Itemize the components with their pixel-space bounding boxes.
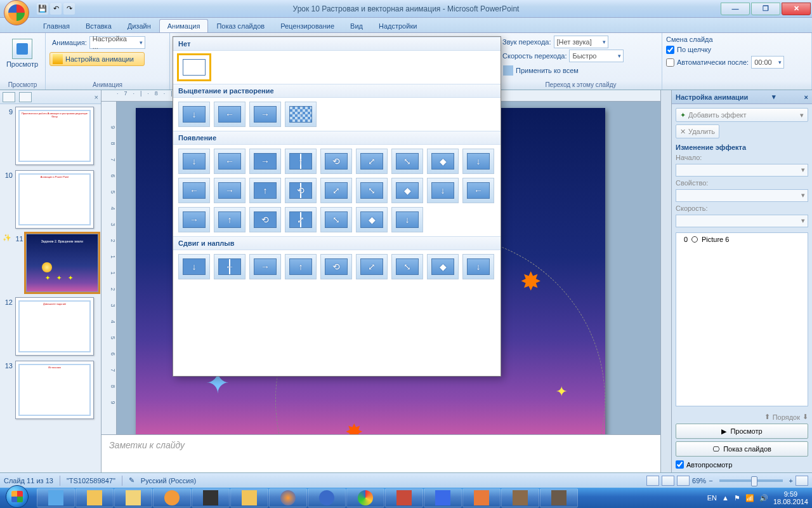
sorter-view-button[interactable]: [662, 476, 674, 486]
transition-item[interactable]: ⤢: [320, 178, 352, 203]
transition-item[interactable]: ⤢: [356, 149, 388, 174]
thumb-row[interactable]: 12Домашнее задание: [3, 297, 98, 356]
transition-item[interactable]: ◆: [427, 149, 459, 174]
transition-item[interactable]: ↑: [285, 254, 317, 279]
transition-item[interactable]: →: [249, 102, 281, 127]
minimize-button[interactable]: —: [721, 3, 750, 15]
taskbar-app[interactable]: [75, 488, 114, 507]
yellow-star-icon[interactable]: ✦: [556, 384, 567, 400]
autopreview-checkbox[interactable]: Автопросмотр: [676, 459, 808, 470]
taskbar-app[interactable]: [462, 488, 501, 507]
add-effect-button[interactable]: ✦Добавить эффект▾: [676, 108, 808, 122]
slideshow-button[interactable]: 🖵Показ слайдов: [676, 441, 808, 457]
transition-item[interactable]: ↑: [285, 149, 317, 174]
taskbar-app[interactable]: [192, 488, 230, 507]
transition-item[interactable]: ↓: [178, 254, 210, 279]
preview-button[interactable]: Просмотр: [4, 36, 41, 71]
transition-item[interactable]: ↓: [462, 254, 494, 279]
transition-item[interactable]: ⟲: [249, 207, 281, 232]
flag-icon[interactable]: ⚑: [734, 494, 740, 502]
start-combo[interactable]: [676, 164, 808, 177]
thumb-row[interactable]: 9Практическая работа Анимация в растрово…: [3, 107, 98, 165]
transition-item[interactable]: ←: [214, 102, 246, 127]
redo-button[interactable]: ↷: [63, 3, 75, 15]
animation-settings-button[interactable]: Настройка анимации: [49, 52, 145, 66]
transition-gallery[interactable]: Нет Выцветание и растворение ↓←→↑ Появле…: [173, 36, 501, 377]
taskbar-app[interactable]: [540, 488, 578, 507]
thumbnails[interactable]: 9Практическая работа Анимация в растрово…: [0, 104, 101, 472]
lang-indicator[interactable]: EN: [707, 494, 717, 502]
start-button[interactable]: [0, 488, 34, 508]
speed-combo[interactable]: Быстро: [569, 50, 624, 62]
tab-design[interactable]: Дизайн: [120, 20, 159, 32]
tab-view[interactable]: Вид: [343, 20, 370, 32]
volume-icon[interactable]: 🔊: [759, 494, 768, 502]
transition-item[interactable]: →: [214, 178, 246, 203]
transition-item[interactable]: ⟲: [320, 254, 352, 279]
taskbar-app[interactable]: [37, 488, 75, 507]
taskbar-app[interactable]: [230, 488, 268, 507]
transition-item[interactable]: →: [178, 207, 210, 232]
fit-view-button[interactable]: [796, 476, 808, 486]
taskbar-app[interactable]: [385, 488, 423, 507]
network-icon[interactable]: 📶: [745, 494, 754, 502]
transition-item[interactable]: ↓: [178, 149, 210, 174]
taskbar-app[interactable]: [424, 488, 462, 507]
save-button[interactable]: 💾: [37, 3, 48, 15]
slideshow-view-button[interactable]: [677, 476, 690, 486]
transition-item[interactable]: ⟲: [285, 178, 317, 203]
transition-item[interactable]: ⤡: [391, 254, 423, 279]
undo-button[interactable]: ↶: [50, 3, 62, 15]
transition-item[interactable]: ⤡: [356, 178, 388, 203]
transition-item[interactable]: ←: [178, 178, 210, 203]
tab-insert[interactable]: Вставка: [78, 20, 119, 32]
notes-pane[interactable]: Заметки к слайду: [102, 434, 660, 472]
transition-none[interactable]: [178, 55, 210, 80]
transition-item[interactable]: ⤢: [285, 207, 317, 232]
spellcheck-icon[interactable]: ✎: [129, 476, 134, 485]
slide-thumbnail[interactable]: Домашнее задание: [15, 297, 94, 356]
zoom-slider[interactable]: [719, 479, 783, 482]
taskbar-app[interactable]: [346, 488, 384, 507]
tab-review[interactable]: Рецензирование: [273, 20, 342, 32]
zoom-percent[interactable]: 69%: [692, 477, 706, 485]
thumb-row[interactable]: ✨11Задание 2. Вращение земли✦✦✦: [3, 234, 98, 292]
effect-list[interactable]: 0 Picture 6: [676, 232, 808, 406]
transition-item[interactable]: ↓: [462, 149, 494, 174]
slide-thumbnail[interactable]: Задание 2. Вращение земли✦✦✦: [26, 234, 98, 292]
transition-item[interactable]: ◆: [427, 254, 459, 279]
auto-time-spinner[interactable]: 00:00: [751, 56, 784, 69]
transition-item[interactable]: ↓: [391, 207, 423, 232]
auto-after-checkbox[interactable]: Автоматически после:00:00: [666, 56, 808, 69]
panel-close-icon[interactable]: ×: [95, 93, 98, 101]
transition-item[interactable]: ↑: [214, 207, 246, 232]
slide-thumbnail[interactable]: Практическая работа Анимация в растровом…: [15, 107, 94, 165]
tab-addins[interactable]: Надстройки: [371, 20, 424, 32]
close-pane-icon[interactable]: ×: [804, 93, 808, 101]
transition-item[interactable]: ←: [214, 149, 246, 174]
taskbar-app[interactable]: [308, 488, 346, 507]
transition-item[interactable]: ◆: [391, 178, 423, 203]
slide-thumbnail[interactable]: Источники: [15, 361, 94, 419]
transition-item[interactable]: ⤡: [391, 149, 423, 174]
zoom-in-icon[interactable]: +: [789, 477, 793, 485]
thumb-row[interactable]: 13Источники: [3, 361, 98, 419]
move-down-icon[interactable]: ⬇: [802, 413, 808, 421]
taskbar-app[interactable]: [501, 488, 539, 507]
transition-item[interactable]: ↑: [249, 178, 281, 203]
transition-item[interactable]: ⟲: [320, 149, 352, 174]
transition-item[interactable]: ↓: [427, 178, 459, 203]
apply-all-button[interactable]: Применить ко всем: [500, 64, 624, 77]
speed-combo[interactable]: [676, 215, 808, 227]
transition-item[interactable]: →: [249, 254, 281, 279]
animate-combo[interactable]: Настройка ...: [89, 36, 145, 49]
tab-home[interactable]: Главная: [36, 20, 77, 32]
transition-item[interactable]: →: [249, 149, 281, 174]
orange-star-icon[interactable]: ✸: [520, 267, 542, 296]
tray-up-icon[interactable]: ▲: [722, 494, 729, 502]
thumb-row[interactable]: 10Анимация в Power Point: [3, 170, 98, 229]
move-up-icon[interactable]: ⬆: [764, 413, 770, 421]
transition-item[interactable]: ◆: [356, 207, 388, 232]
transition-item[interactable]: ⤡: [320, 207, 352, 232]
effect-item[interactable]: 0 Picture 6: [678, 234, 806, 244]
